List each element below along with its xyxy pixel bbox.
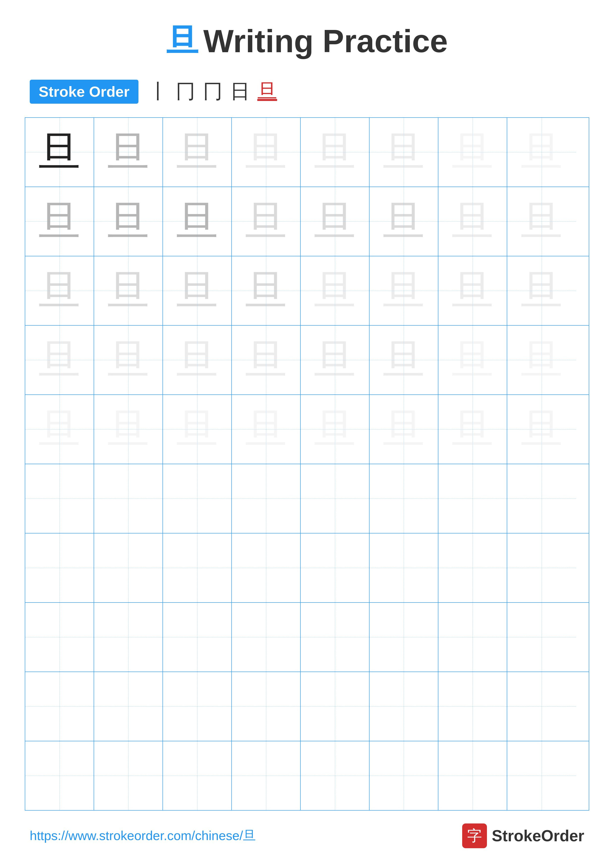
grid-cell-9-5[interactable] <box>301 672 370 741</box>
grid-cell-9-2[interactable] <box>94 672 163 741</box>
grid-cell-5-1[interactable]: 旦 <box>25 395 94 464</box>
grid-cell-6-3[interactable] <box>163 464 232 533</box>
grid-cell-9-1[interactable] <box>25 672 94 741</box>
grid-cell-6-2[interactable] <box>94 464 163 533</box>
grid-cell-8-7[interactable] <box>438 603 507 671</box>
grid-cell-9-7[interactable] <box>438 672 507 741</box>
grid-cell-2-1[interactable]: 旦 <box>25 187 94 256</box>
grid-cell-3-5[interactable]: 旦 <box>301 256 370 325</box>
grid-row-10 <box>25 741 589 810</box>
character-display: 旦 <box>166 23 198 59</box>
stroke-order-row: Stroke Order 丨 冂 冂 日 旦 <box>0 78 614 105</box>
grid-cell-3-4[interactable]: 旦 <box>232 256 301 325</box>
grid-cell-8-5[interactable] <box>301 603 370 671</box>
grid-cell-9-6[interactable] <box>370 672 438 741</box>
grid-cell-6-5[interactable] <box>301 464 370 533</box>
grid-cell-5-4[interactable]: 旦 <box>232 395 301 464</box>
grid-row-4: 旦 旦 旦 旦 旦 旦 旦 旦 <box>25 326 589 395</box>
grid-row-8 <box>25 603 589 672</box>
grid-cell-6-6[interactable] <box>370 464 438 533</box>
grid-cell-2-3[interactable]: 旦 <box>163 187 232 256</box>
grid-cell-8-6[interactable] <box>370 603 438 671</box>
grid-cell-5-5[interactable]: 旦 <box>301 395 370 464</box>
grid-cell-4-6[interactable]: 旦 <box>370 326 438 394</box>
grid-cell-1-6[interactable]: 旦 <box>370 118 438 186</box>
grid-cell-1-8[interactable]: 旦 <box>507 118 576 186</box>
grid-cell-1-5[interactable]: 旦 <box>301 118 370 186</box>
grid-cell-10-1[interactable] <box>25 741 94 810</box>
grid-cell-10-2[interactable] <box>94 741 163 810</box>
grid-row-9 <box>25 672 589 741</box>
grid-cell-1-3[interactable]: 旦 <box>163 118 232 186</box>
grid-cell-9-3[interactable] <box>163 672 232 741</box>
grid-cell-10-5[interactable] <box>301 741 370 810</box>
grid-cell-8-3[interactable] <box>163 603 232 671</box>
grid-cell-8-8[interactable] <box>507 603 576 671</box>
grid-cell-1-7[interactable]: 旦 <box>438 118 507 186</box>
grid-cell-2-4[interactable]: 旦 <box>232 187 301 256</box>
grid-cell-9-8[interactable] <box>507 672 576 741</box>
grid-cell-4-5[interactable]: 旦 <box>301 326 370 394</box>
grid-cell-4-2[interactable]: 旦 <box>94 326 163 394</box>
grid-cell-7-1[interactable] <box>25 533 94 602</box>
stroke-2: 冂 <box>176 78 196 105</box>
grid-cell-3-8[interactable]: 旦 <box>507 256 576 325</box>
grid-cell-4-1[interactable]: 旦 <box>25 326 94 394</box>
grid-cell-1-1[interactable]: 旦 <box>25 118 94 186</box>
grid-cell-6-1[interactable] <box>25 464 94 533</box>
grid-cell-8-1[interactable] <box>25 603 94 671</box>
grid-cell-7-4[interactable] <box>232 533 301 602</box>
grid-cell-5-2[interactable]: 旦 <box>94 395 163 464</box>
grid-cell-3-6[interactable]: 旦 <box>370 256 438 325</box>
grid-cell-8-2[interactable] <box>94 603 163 671</box>
stroke-sequence: 丨 冂 冂 日 旦 <box>148 78 277 105</box>
grid-cell-10-6[interactable] <box>370 741 438 810</box>
grid-cell-5-7[interactable]: 旦 <box>438 395 507 464</box>
grid-cell-2-7[interactable]: 旦 <box>438 187 507 256</box>
grid-cell-1-2[interactable]: 旦 <box>94 118 163 186</box>
grid-cell-7-6[interactable] <box>370 533 438 602</box>
footer-brand: 字 StrokeOrder <box>462 823 584 848</box>
grid-cell-1-4[interactable]: 旦 <box>232 118 301 186</box>
grid-cell-5-3[interactable]: 旦 <box>163 395 232 464</box>
page-title: 旦Writing Practice <box>166 23 448 59</box>
grid-cell-3-2[interactable]: 旦 <box>94 256 163 325</box>
grid-row-3: 旦 旦 旦 旦 旦 旦 旦 旦 <box>25 256 589 326</box>
grid-cell-10-4[interactable] <box>232 741 301 810</box>
grid-cell-4-4[interactable]: 旦 <box>232 326 301 394</box>
grid-cell-8-4[interactable] <box>232 603 301 671</box>
grid-cell-9-4[interactable] <box>232 672 301 741</box>
grid-cell-10-8[interactable] <box>507 741 576 810</box>
footer-url[interactable]: https://www.strokeorder.com/chinese/旦 <box>30 827 256 845</box>
grid-cell-6-4[interactable] <box>232 464 301 533</box>
brand-name: StrokeOrder <box>492 827 584 845</box>
grid-cell-3-7[interactable]: 旦 <box>438 256 507 325</box>
stroke-order-badge: Stroke Order <box>30 80 138 104</box>
grid-cell-3-3[interactable]: 旦 <box>163 256 232 325</box>
grid-cell-10-7[interactable] <box>438 741 507 810</box>
grid-cell-7-7[interactable] <box>438 533 507 602</box>
grid-cell-7-8[interactable] <box>507 533 576 602</box>
grid-cell-3-1[interactable]: 旦 <box>25 256 94 325</box>
grid-cell-7-2[interactable] <box>94 533 163 602</box>
grid-cell-10-3[interactable] <box>163 741 232 810</box>
grid-cell-2-6[interactable]: 旦 <box>370 187 438 256</box>
grid-cell-5-6[interactable]: 旦 <box>370 395 438 464</box>
grid-cell-4-8[interactable]: 旦 <box>507 326 576 394</box>
grid-row-2: 旦 旦 旦 旦 旦 旦 旦 旦 <box>25 187 589 256</box>
grid-cell-5-8[interactable]: 旦 <box>507 395 576 464</box>
stroke-5: 旦 <box>257 78 277 105</box>
grid-cell-6-7[interactable] <box>438 464 507 533</box>
grid-row-5: 旦 旦 旦 旦 旦 旦 旦 旦 <box>25 395 589 464</box>
footer: https://www.strokeorder.com/chinese/旦 字 … <box>0 823 614 848</box>
grid-cell-4-3[interactable]: 旦 <box>163 326 232 394</box>
grid-cell-7-3[interactable] <box>163 533 232 602</box>
grid-cell-2-5[interactable]: 旦 <box>301 187 370 256</box>
grid-cell-4-7[interactable]: 旦 <box>438 326 507 394</box>
grid-row-6 <box>25 464 589 533</box>
writing-grid: 旦 旦 旦 旦 旦 旦 旦 旦 旦 旦 旦 旦 旦 旦 旦 旦 旦 旦 旦 旦 … <box>25 117 589 811</box>
grid-cell-7-5[interactable] <box>301 533 370 602</box>
grid-cell-2-2[interactable]: 旦 <box>94 187 163 256</box>
grid-cell-2-8[interactable]: 旦 <box>507 187 576 256</box>
grid-cell-6-8[interactable] <box>507 464 576 533</box>
